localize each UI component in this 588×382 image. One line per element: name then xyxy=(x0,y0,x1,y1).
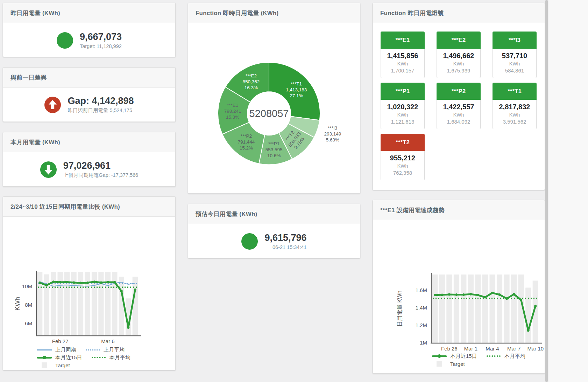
legend-label: Target xyxy=(55,362,70,368)
y-tick-label: 1.4M xyxy=(416,305,427,311)
panel-header[interactable]: Function 昨日用電燈號 xyxy=(373,3,545,23)
panel-title: 昨日用電量 (KWh) xyxy=(10,9,60,17)
lights-grid: ***E11,415,856KWh1,700,157***E21,496,662… xyxy=(373,23,545,180)
light-tile-target: 762,358 xyxy=(381,170,424,176)
legend-item[interactable]: 本月平均 xyxy=(486,353,525,360)
panel-title: 本月用電量 (KWh) xyxy=(10,138,60,146)
light-tile-body: 1,422,557KWh1,684,092 xyxy=(437,100,481,129)
legend-marker-icon xyxy=(37,357,52,359)
legend-label: 本月平均 xyxy=(504,353,525,360)
x-tick-label: Mar 10 xyxy=(527,346,544,351)
legend-marker-icon xyxy=(37,349,52,350)
legend-label: 上月平均 xyxy=(104,347,125,353)
donut-center-total: 5208057 xyxy=(249,108,289,119)
panel-estimate-today: 預估今日用電量 (KWh) 9,615,796 06-21 15:34:41 xyxy=(188,204,360,258)
light-tile-header: ***E1 xyxy=(381,32,425,49)
light-tile: ***P11,020,322KWh1,121,613 xyxy=(381,83,425,129)
arrow-up-circle-icon xyxy=(44,97,61,113)
legend-item[interactable]: 本月近15日 xyxy=(37,354,82,361)
donut-slice-label: ***I3293,1495.63% xyxy=(324,125,341,143)
status-circle-icon xyxy=(57,32,73,49)
panel-title: 與前一日差異 xyxy=(10,74,47,82)
panel-month-usage: 本月用電量 (KWh) 97,026,961 上個月同期用電Gap: -17,3… xyxy=(3,132,176,187)
light-tile-body: 1,415,856KWh1,700,157 xyxy=(381,49,425,78)
line-chart-body: 6M8M10MFeb 27Mar 6KWh上月同期上月平均本月近15日本月平均T… xyxy=(3,217,175,370)
y-axis-title: KWh xyxy=(14,297,21,311)
light-tile-value: 1,415,856 xyxy=(381,52,424,60)
x-tick-label: Mar 6 xyxy=(101,338,114,344)
panel-header[interactable]: 本月用電量 (KWh) xyxy=(3,132,175,152)
light-tile-body: 2,817,832KWh3,591,562 xyxy=(493,100,537,129)
legend-item[interactable]: 上月同期 xyxy=(37,347,76,353)
y-tick-label: 1M xyxy=(420,340,427,346)
panel-header[interactable]: 昨日用電量 (KWh) xyxy=(3,3,175,23)
y-tick-label: 1.6M xyxy=(416,287,427,293)
light-tile-body: 537,710KWh584,861 xyxy=(493,49,537,78)
light-tile: ***E21,496,662KWh1,675,939 xyxy=(437,32,481,78)
stat-subtitle: 上個月同期用電Gap: -17,377,566 xyxy=(63,172,138,179)
light-tile-value: 955,212 xyxy=(381,154,424,162)
light-tile: ***E11,415,856KWh1,700,157 xyxy=(381,32,425,78)
light-tile: ***T12,817,832KWh3,591,562 xyxy=(493,83,537,129)
legend-item[interactable]: 上月平均 xyxy=(85,347,125,353)
light-tile-target: 3,591,562 xyxy=(493,119,536,125)
panel-title: 預估今日用電量 (KWh) xyxy=(196,210,257,218)
light-tile-unit: KWh xyxy=(381,112,424,118)
panel-yesterday-lights: Function 昨日用電燈號 ***E11,415,856KWh1,700,1… xyxy=(373,3,545,190)
legend-marker-icon xyxy=(432,355,447,357)
panel-header[interactable]: Function 即時日用電量 (KWh) xyxy=(188,3,360,23)
stat-body: Gap: 4,142,898 昨日與前日用電量 5,524,175 xyxy=(3,88,175,122)
x-tick-label: Feb 26 xyxy=(441,346,458,351)
y-tick-label: 6M xyxy=(25,320,32,326)
light-tile-value: 1,422,557 xyxy=(437,103,480,111)
light-tile-body: 955,212KWh762,358 xyxy=(381,151,425,180)
light-tile-header: ***P1 xyxy=(381,83,425,100)
panel-header[interactable]: ***E1 設備用電達成趨勢 xyxy=(373,200,545,220)
light-tile-unit: KWh xyxy=(437,61,480,67)
legend-item[interactable]: 本月近15日 xyxy=(432,353,477,360)
light-tile: ***I3537,710KWh584,861 xyxy=(493,32,537,78)
status-circle-icon xyxy=(241,233,258,250)
panel-header[interactable]: 預估今日用電量 (KWh) xyxy=(188,204,360,224)
light-tile-value: 1,496,662 xyxy=(437,52,480,60)
stat-subtitle: 昨日與前日用電量 5,524,175 xyxy=(68,107,134,114)
legend-label: 本月近15日 xyxy=(450,353,477,360)
chart-legend: 本月近15日本月平均Target xyxy=(432,352,525,368)
light-tile-unit: KWh xyxy=(381,163,424,169)
light-tile-value: 1,020,322 xyxy=(381,103,424,111)
y-tick-label: 8M xyxy=(25,302,32,308)
legend-item[interactable]: Target xyxy=(432,361,465,367)
y-tick-label: 1.2M xyxy=(416,322,427,328)
light-tile-header: ***P2 xyxy=(437,83,481,100)
light-tile-target: 1,121,613 xyxy=(381,119,424,125)
x-tick-label: Mar 7 xyxy=(507,346,520,351)
e1_trend-chart: 1M1.2M1.4M1.6MFeb 26Mar 1Mar 4Mar 7Mar 1… xyxy=(373,220,545,351)
stat-body: 9,667,073 Target: 11,128,992 xyxy=(3,23,175,57)
light-tile-target: 584,861 xyxy=(493,68,536,74)
light-tile-value: 537,710 xyxy=(493,52,536,60)
legend-marker-icon xyxy=(37,362,52,368)
panel-header[interactable]: 與前一日差異 xyxy=(3,68,175,88)
right-gutter xyxy=(548,0,588,382)
light-tile-header: ***T2 xyxy=(381,134,425,151)
light-tile-header: ***I3 xyxy=(493,32,537,49)
stat-value: 9,615,796 xyxy=(264,232,306,243)
light-tile-body: 1,020,322KWh1,121,613 xyxy=(381,100,425,129)
legend-label: 本月平均 xyxy=(109,354,130,361)
light-tile: ***P21,422,557KWh1,684,092 xyxy=(437,83,481,129)
compare15-chart: 6M8M10MFeb 27Mar 6KWh xyxy=(3,217,175,345)
scrollbar-thumb[interactable] xyxy=(545,0,548,382)
stat-value: 9,667,073 xyxy=(80,32,122,42)
light-tile: ***T2955,212KWh762,358 xyxy=(381,134,425,180)
dashboard: { "theme": { "green": "#2e9e3d", "red": … xyxy=(0,0,588,382)
light-tile-header: ***T1 xyxy=(493,83,537,100)
light-tile-body: 1,496,662KWh1,675,939 xyxy=(437,49,481,78)
light-tile-target: 1,684,092 xyxy=(437,119,480,125)
legend-marker-icon xyxy=(486,355,501,357)
light-tile-unit: KWh xyxy=(381,61,424,67)
stat-body: 97,026,961 上個月同期用電Gap: -17,377,566 xyxy=(3,152,175,187)
legend-item[interactable]: Target xyxy=(37,362,70,368)
panel-header[interactable]: 2/24~3/10 近15日同期用電量比較 (KWh) xyxy=(3,197,175,217)
stat-body: 9,615,796 06-21 15:34:41 xyxy=(188,224,360,258)
legend-item[interactable]: 本月平均 xyxy=(91,354,130,361)
